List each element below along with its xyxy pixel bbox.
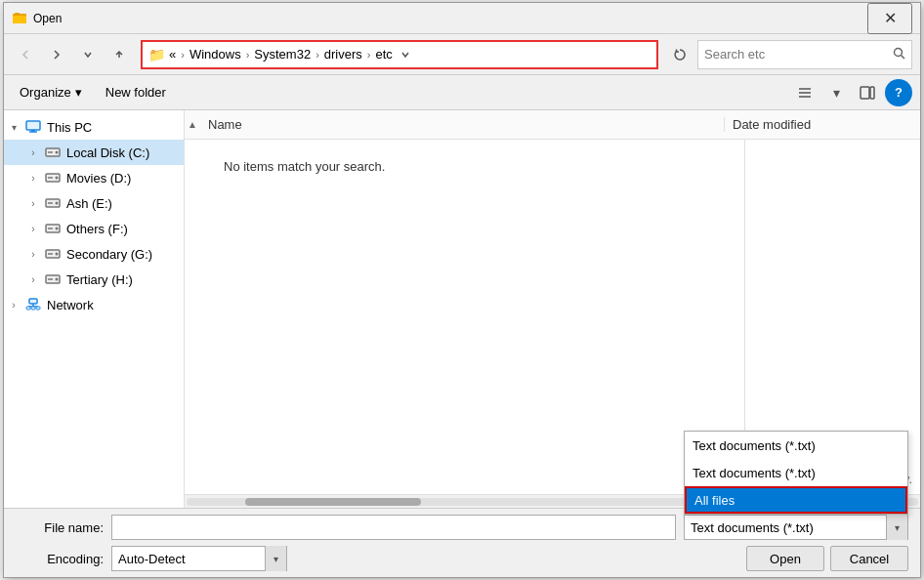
filetype-current-value: Text documents (*.txt) xyxy=(685,520,886,535)
search-box[interactable] xyxy=(697,40,912,69)
expand-toggle-movies-d[interactable]: › xyxy=(23,165,43,190)
expand-toggle-this-pc[interactable]: ▾ xyxy=(4,114,23,140)
network-icon xyxy=(23,297,43,312)
sidebar-label-others-f: Others (F:) xyxy=(66,222,128,236)
column-date-modified[interactable]: Date modified xyxy=(725,117,920,132)
cancel-button[interactable]: Cancel xyxy=(830,546,908,571)
svg-rect-8 xyxy=(861,87,869,99)
sidebar-item-this-pc[interactable]: ▾ This PC xyxy=(4,114,184,140)
navigation-bar: 📁 « › Windows › System32 › drivers › etc xyxy=(4,34,920,75)
filetype-option-txt[interactable]: Text documents (*.txt) xyxy=(685,432,907,459)
up-button[interactable] xyxy=(105,41,133,68)
search-icon xyxy=(893,47,905,62)
recent-locations-button[interactable] xyxy=(74,41,102,68)
help-button[interactable]: ? xyxy=(885,79,912,106)
encoding-current-value: Auto-Detect xyxy=(112,552,265,566)
svg-rect-2 xyxy=(15,13,20,16)
expand-toggle-network[interactable]: › xyxy=(4,292,23,317)
breadcrumb-prefix: « xyxy=(169,47,176,62)
encoding-label: Encoding: xyxy=(16,552,104,566)
refresh-button[interactable] xyxy=(666,41,693,68)
filetype-select-display[interactable]: Text documents (*.txt) ▾ xyxy=(684,515,908,540)
expand-toggle-ash-e[interactable]: › xyxy=(23,190,43,216)
hdd-icon-c xyxy=(43,145,63,160)
svg-rect-35 xyxy=(31,307,35,310)
sidebar-label-secondary-g: Secondary (G:) xyxy=(66,247,152,262)
hdd-icon-f xyxy=(43,221,63,236)
address-bar[interactable]: 📁 « › Windows › System32 › drivers › etc xyxy=(141,40,658,69)
column-toggle[interactable]: ▲ xyxy=(185,110,200,140)
organize-label: Organize xyxy=(20,85,71,100)
svg-rect-34 xyxy=(26,307,30,310)
svg-point-29 xyxy=(56,278,59,281)
hdd-icon-g xyxy=(43,246,63,262)
svg-point-26 xyxy=(56,253,59,256)
expand-toggle-local-disk-c[interactable]: › xyxy=(23,140,43,165)
bottom-bar: File name: Text documents (*.txt) ▾ Text… xyxy=(4,508,920,577)
new-folder-button[interactable]: New folder xyxy=(98,79,174,106)
svg-line-4 xyxy=(902,55,905,59)
sidebar-item-local-disk-c[interactable]: › Local Disk (C:) xyxy=(4,140,184,165)
svg-rect-31 xyxy=(29,299,37,304)
sidebar-item-tertiary-h[interactable]: › Tertiary (H:) xyxy=(4,267,184,292)
filetype-option-txt2[interactable]: Text documents (*.txt) xyxy=(685,459,907,486)
scrollbar-thumb[interactable] xyxy=(245,498,421,506)
close-button[interactable]: ✕ xyxy=(867,3,912,34)
organize-button[interactable]: Organize ▾ xyxy=(12,79,90,106)
encoding-select-display[interactable]: Auto-Detect ▾ xyxy=(111,546,287,571)
svg-rect-9 xyxy=(870,87,874,99)
column-name[interactable]: Name xyxy=(200,117,725,132)
sidebar-label-ash-e: Ash (E:) xyxy=(66,196,112,211)
sidebar-label-movies-d: Movies (D:) xyxy=(66,171,131,186)
encoding-dropdown-arrow[interactable]: ▾ xyxy=(265,546,286,571)
breadcrumb-item-etc[interactable]: etc xyxy=(376,47,393,62)
file-list: No items match your search. xyxy=(185,140,744,494)
breadcrumb-item-windows[interactable]: Windows xyxy=(189,47,241,62)
no-items-message: No items match your search. xyxy=(185,140,744,193)
breadcrumb-item-system32[interactable]: System32 xyxy=(254,47,311,62)
back-button[interactable] xyxy=(12,41,39,68)
view-options-button[interactable] xyxy=(791,79,819,106)
hdd-icon-e xyxy=(43,195,63,211)
sidebar-item-ash-e[interactable]: › Ash (E:) xyxy=(4,190,184,216)
svg-point-20 xyxy=(56,202,59,205)
sidebar-item-network[interactable]: › Network xyxy=(4,292,184,317)
forward-button[interactable] xyxy=(43,41,70,68)
expand-toggle-tertiary-h[interactable]: › xyxy=(23,267,43,292)
toolbar-right: ▾ ? xyxy=(791,79,912,106)
filetype-dropdown-arrow[interactable]: ▾ xyxy=(886,515,907,540)
filetype-area: Text documents (*.txt) ▾ Text documents … xyxy=(684,515,908,540)
sidebar-label-local-disk-c: Local Disk (C:) xyxy=(66,145,149,160)
preview-pane-button[interactable] xyxy=(854,79,881,106)
svg-point-23 xyxy=(56,228,59,230)
sidebar-item-others-f[interactable]: › Others (F:) xyxy=(4,216,184,241)
expand-toggle-others-f[interactable]: › xyxy=(23,216,43,241)
action-buttons: Open Cancel xyxy=(746,546,908,571)
open-button[interactable]: Open xyxy=(746,546,824,571)
open-dialog: Open ✕ 📁 « › Windows › System32 › driver… xyxy=(3,2,921,578)
svg-point-17 xyxy=(56,177,59,180)
hdd-icon-d xyxy=(43,170,63,186)
svg-rect-10 xyxy=(26,121,40,130)
sidebar: ▾ This PC › xyxy=(4,110,185,508)
breadcrumb: « › Windows › System32 › drivers › etc xyxy=(169,47,393,62)
expand-toggle-secondary-g[interactable]: › xyxy=(23,241,43,267)
dialog-title: Open xyxy=(33,12,867,25)
dialog-icon xyxy=(12,11,27,26)
filename-input[interactable] xyxy=(111,515,676,540)
monitor-icon xyxy=(23,119,43,135)
address-dropdown-button[interactable] xyxy=(397,41,414,68)
sidebar-item-movies-d[interactable]: › Movies (D:) xyxy=(4,165,184,190)
svg-rect-36 xyxy=(36,307,40,310)
search-input[interactable] xyxy=(704,47,889,62)
organize-arrow-icon: ▾ xyxy=(75,85,82,100)
breadcrumb-item-drivers[interactable]: drivers xyxy=(324,47,362,62)
toolbar: Organize ▾ New folder ▾ ? xyxy=(4,75,920,110)
filetype-option-all[interactable]: All files xyxy=(685,486,907,514)
sidebar-item-secondary-g[interactable]: › Secondary (G:) xyxy=(4,241,184,267)
view-dropdown-button[interactable]: ▾ xyxy=(822,79,850,106)
sidebar-label-network: Network xyxy=(47,298,94,312)
filename-label: File name: xyxy=(16,520,104,535)
svg-rect-1 xyxy=(13,16,26,23)
title-bar: Open ✕ xyxy=(4,3,920,34)
